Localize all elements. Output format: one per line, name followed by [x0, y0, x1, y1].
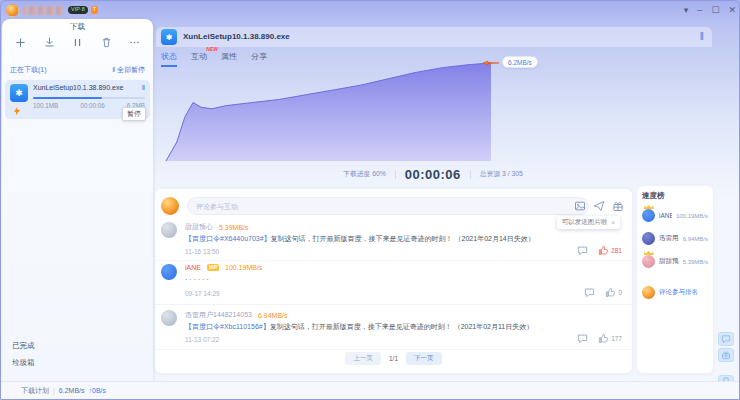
tab-interact[interactable]: 互动NEW	[191, 51, 207, 67]
comment-text: 【百度口令#Xbc110156#】复制这句话，打开最新版百度，接下来是见证奇迹的…	[185, 322, 575, 332]
speed-rocket-icon	[482, 58, 500, 68]
new-task-button[interactable]	[15, 37, 26, 48]
rank-speed: 5.39MB/s	[683, 259, 708, 265]
my-rank-avatar	[642, 286, 655, 299]
rank-username: 迅雷用户…	[659, 234, 679, 243]
like-button[interactable]: 177	[598, 333, 622, 344]
t-badge: T	[91, 6, 98, 14]
speedup-flash-icon	[12, 106, 22, 116]
send-icon[interactable]	[593, 200, 605, 212]
rank-speed: 6.94MB/s	[683, 236, 708, 242]
tab-properties[interactable]: 属性	[221, 51, 237, 67]
titlebar: VIP·8 T ▾ – ☐ ✕	[1, 1, 740, 19]
like-count: 0	[618, 289, 622, 296]
next-page-button[interactable]: 下一页	[406, 352, 442, 365]
delete-button[interactable]	[101, 37, 112, 48]
tab-status[interactable]: 状态	[161, 51, 177, 67]
progress-label: 下载进度	[343, 170, 370, 177]
task-detail-header: ✱ XunLeiSetup10.1.38.890.exe ‖	[156, 27, 712, 47]
comment-input[interactable]	[187, 197, 589, 215]
prev-page-button[interactable]: 上一页	[345, 352, 381, 365]
plan-clock-icon[interactable]	[7, 386, 17, 396]
pause-tooltip: 暂停	[122, 107, 146, 121]
download-stats: 下载进度 60% 00:00:06 总资源 3 / 305	[153, 165, 713, 183]
close-button[interactable]: ✕	[728, 6, 736, 15]
vip-badge: VIP	[207, 264, 219, 271]
rank-item: iANE 100.19MB/s	[642, 207, 708, 224]
progress-value: 60%	[372, 170, 386, 177]
task-progress-bar	[33, 97, 145, 99]
reply-icon[interactable]	[577, 333, 588, 344]
file-icon: ✱	[161, 29, 177, 45]
my-avatar	[161, 197, 179, 215]
minimize-button[interactable]: –	[697, 6, 702, 15]
pause-all-button[interactable]: ‖ 全部暂停	[112, 65, 145, 77]
comment-username[interactable]: iANE	[185, 264, 201, 271]
rank-speed: 100.19MB/s	[676, 213, 708, 219]
rank-avatar	[642, 255, 655, 268]
comment-speed: 100.19MB/s	[225, 264, 262, 271]
xunlei-window: { "window": { "vip_badge": "VIP·8", "t_b…	[0, 0, 740, 400]
like-button[interactable]: 281	[598, 245, 622, 256]
sidebar-toolbar	[2, 34, 153, 51]
task-file-icon: ✱	[10, 84, 28, 102]
comment-time: 09-17 14:29	[185, 290, 220, 297]
like-button[interactable]: 0	[605, 287, 622, 298]
comment-username[interactable]: 迅雷用户1448214053	[185, 310, 252, 320]
activity-gift-button[interactable]	[718, 348, 734, 362]
detail-pause-button[interactable]: ‖	[700, 31, 704, 42]
resource-label: 总资源	[480, 170, 500, 177]
feedback-button[interactable]	[718, 332, 734, 346]
filter-downloading[interactable]: 正在下载(1)	[10, 65, 47, 77]
task-elapsed: 00:00:06	[80, 102, 105, 109]
reply-icon[interactable]	[577, 245, 588, 256]
rank-item: 迅雷用户… 6.94MB/s	[642, 230, 708, 247]
resource-value: 3 / 305	[502, 170, 523, 177]
task-pause-button[interactable]: ‖	[142, 83, 145, 92]
comment-item: 迅雷用户1448214053 6.94MB/s 【百度口令#Xbc110156#…	[155, 309, 632, 350]
sidebar-item-completed[interactable]: 已完成	[12, 341, 35, 351]
main-menu-icon[interactable]: ▾	[684, 6, 689, 15]
user-avatar[interactable]	[6, 4, 19, 17]
sidebar-item-trash[interactable]: 垃圾箱	[12, 358, 35, 368]
gift-icon[interactable]	[612, 200, 624, 212]
comment-time: 11-16 13:50	[185, 248, 219, 255]
elapsed-time: 00:00:06	[405, 167, 461, 182]
pause-icon: ‖	[112, 66, 115, 73]
maximize-button[interactable]: ☐	[711, 6, 719, 15]
image-icon[interactable]	[574, 200, 586, 212]
statusbar: 下载计划 | 6.2MB/s ↑0B/s	[1, 381, 740, 399]
like-count: 281	[611, 247, 622, 254]
comments-panel: 可以发送图片啦 × 甜甜预心 5.39MB/s 【百度口令#X6440u703#…	[155, 189, 632, 373]
tab-download[interactable]: 下载	[2, 19, 153, 34]
image-tooltip: 可以发送图片啦 ×	[557, 216, 620, 229]
rank-title: 速度榜	[642, 191, 708, 201]
download-plan-label[interactable]: 下载计划	[21, 386, 49, 396]
comment-username[interactable]: 甜甜预心	[185, 222, 213, 232]
start-button[interactable]	[44, 37, 55, 48]
comment-speed: 6.94MB/s	[258, 312, 288, 319]
rank-username: iANE	[659, 212, 672, 219]
global-down-speed: 6.2MB/s	[59, 387, 85, 394]
comment-time: 11-13 07:22	[185, 336, 219, 343]
join-rank-link[interactable]: 评论参与排名	[659, 288, 698, 297]
comment-text: 【百度口令#X6440u703#】复制这句话，打开最新版百度，接下来是见证奇迹的…	[185, 234, 575, 244]
like-count: 177	[611, 335, 622, 342]
reply-icon[interactable]	[584, 287, 595, 298]
more-button[interactable]	[129, 37, 140, 48]
skin-icon[interactable]	[664, 5, 675, 16]
tooltip-close-icon[interactable]: ×	[611, 219, 615, 226]
page-indicator: 1/1	[389, 355, 398, 362]
commenter-avatar	[161, 264, 177, 280]
comment-item: iANE VIP 100.19MB/s · · · · · · 09-17 14…	[155, 263, 632, 305]
rank-item: 甜甜预心 5.39MB/s	[642, 253, 708, 270]
vip-badge: VIP·8	[68, 6, 88, 14]
new-badge: NEW	[206, 46, 218, 52]
tab-share[interactable]: 分享	[251, 51, 267, 67]
pause-button[interactable]	[72, 37, 83, 48]
comment-text: · · · · · ·	[185, 276, 575, 283]
rank-avatar	[642, 232, 655, 245]
detail-file-name: XunLeiSetup10.1.38.890.exe	[183, 32, 290, 41]
rank-avatar	[642, 209, 655, 222]
current-speed-bubble: 6.2MB/s	[502, 56, 538, 68]
